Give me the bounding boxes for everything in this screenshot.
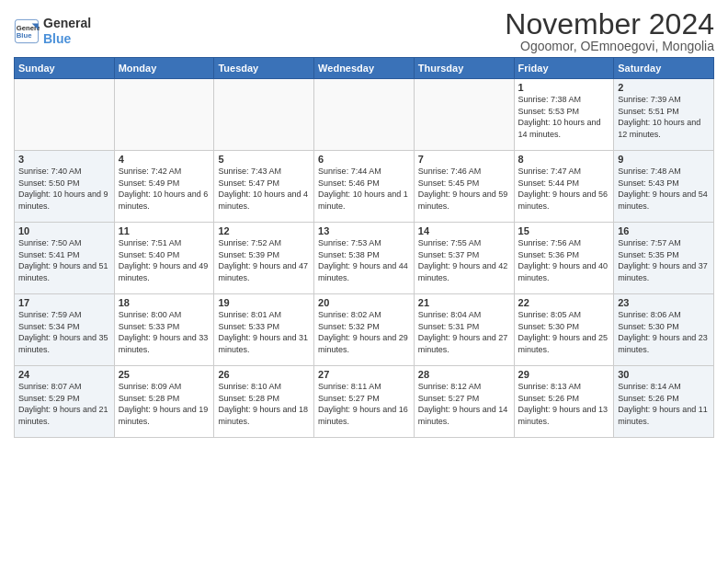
day-info: Sunrise: 8:10 AM Sunset: 5:28 PM Dayligh… bbox=[218, 381, 310, 427]
day-number: 22 bbox=[518, 297, 610, 308]
logo-line2: Blue bbox=[43, 31, 91, 47]
day-number: 12 bbox=[218, 225, 310, 236]
day-number: 14 bbox=[418, 225, 510, 236]
calendar-cell: 12Sunrise: 7:52 AM Sunset: 5:39 PM Dayli… bbox=[214, 223, 314, 294]
logo: General Blue General Blue bbox=[14, 16, 91, 47]
day-info: Sunrise: 8:11 AM Sunset: 5:27 PM Dayligh… bbox=[318, 381, 410, 427]
day-info: Sunrise: 8:04 AM Sunset: 5:31 PM Dayligh… bbox=[418, 309, 510, 355]
day-number: 27 bbox=[318, 369, 410, 380]
calendar-cell: 27Sunrise: 8:11 AM Sunset: 5:27 PM Dayli… bbox=[314, 366, 415, 438]
day-number: 6 bbox=[318, 154, 410, 165]
day-number: 26 bbox=[218, 369, 310, 380]
day-info: Sunrise: 7:55 AM Sunset: 5:37 PM Dayligh… bbox=[418, 237, 510, 283]
day-number: 3 bbox=[18, 154, 110, 165]
day-number: 13 bbox=[318, 225, 410, 236]
calendar-cell: 3Sunrise: 7:40 AM Sunset: 5:50 PM Daylig… bbox=[15, 151, 115, 223]
week-row-4: 17Sunrise: 7:59 AM Sunset: 5:34 PM Dayli… bbox=[15, 294, 714, 366]
calendar-cell: 1Sunrise: 7:38 AM Sunset: 5:53 PM Daylig… bbox=[514, 79, 614, 151]
day-number: 25 bbox=[119, 369, 210, 380]
title-block: November 2024 Ogoomor, OEmnoegovi, Mongo… bbox=[505, 9, 714, 53]
day-number: 21 bbox=[418, 297, 510, 308]
day-info: Sunrise: 8:00 AM Sunset: 5:33 PM Dayligh… bbox=[119, 309, 210, 355]
day-number: 2 bbox=[618, 82, 710, 93]
day-number: 19 bbox=[218, 297, 310, 308]
col-saturday: Saturday bbox=[614, 58, 714, 79]
calendar-cell: 17Sunrise: 7:59 AM Sunset: 5:34 PM Dayli… bbox=[15, 294, 115, 366]
logo-icon: General Blue bbox=[14, 18, 40, 44]
day-number: 24 bbox=[18, 369, 110, 380]
calendar-cell: 9Sunrise: 7:48 AM Sunset: 5:43 PM Daylig… bbox=[614, 151, 714, 223]
svg-text:Blue: Blue bbox=[17, 31, 32, 40]
calendar-cell: 24Sunrise: 8:07 AM Sunset: 5:29 PM Dayli… bbox=[15, 366, 115, 438]
calendar-cell bbox=[114, 79, 214, 151]
day-info: Sunrise: 7:43 AM Sunset: 5:47 PM Dayligh… bbox=[218, 166, 310, 212]
week-row-1: 1Sunrise: 7:38 AM Sunset: 5:53 PM Daylig… bbox=[15, 79, 714, 151]
calendar-cell: 22Sunrise: 8:05 AM Sunset: 5:30 PM Dayli… bbox=[514, 294, 614, 366]
header: General Blue General Blue November 2024 … bbox=[14, 9, 714, 53]
calendar-cell: 6Sunrise: 7:44 AM Sunset: 5:46 PM Daylig… bbox=[314, 151, 415, 223]
header-row: Sunday Monday Tuesday Wednesday Thursday… bbox=[15, 58, 714, 79]
week-row-2: 3Sunrise: 7:40 AM Sunset: 5:50 PM Daylig… bbox=[15, 151, 714, 223]
day-info: Sunrise: 8:07 AM Sunset: 5:29 PM Dayligh… bbox=[18, 381, 110, 427]
calendar-cell: 10Sunrise: 7:50 AM Sunset: 5:41 PM Dayli… bbox=[15, 223, 115, 294]
day-number: 8 bbox=[518, 154, 610, 165]
day-info: Sunrise: 8:12 AM Sunset: 5:27 PM Dayligh… bbox=[418, 381, 510, 427]
calendar-body: 1Sunrise: 7:38 AM Sunset: 5:53 PM Daylig… bbox=[15, 79, 714, 438]
day-info: Sunrise: 7:56 AM Sunset: 5:36 PM Dayligh… bbox=[518, 237, 610, 283]
day-info: Sunrise: 7:48 AM Sunset: 5:43 PM Dayligh… bbox=[618, 166, 710, 212]
calendar-table: Sunday Monday Tuesday Wednesday Thursday… bbox=[14, 57, 714, 438]
calendar-cell: 28Sunrise: 8:12 AM Sunset: 5:27 PM Dayli… bbox=[414, 366, 514, 438]
logo-line1: General bbox=[43, 16, 91, 31]
calendar-cell: 7Sunrise: 7:46 AM Sunset: 5:45 PM Daylig… bbox=[414, 151, 514, 223]
day-number: 7 bbox=[418, 154, 510, 165]
calendar-cell: 21Sunrise: 8:04 AM Sunset: 5:31 PM Dayli… bbox=[414, 294, 514, 366]
calendar-cell: 14Sunrise: 7:55 AM Sunset: 5:37 PM Dayli… bbox=[414, 223, 514, 294]
logo-text: General Blue bbox=[43, 16, 91, 47]
col-monday: Monday bbox=[114, 58, 214, 79]
day-info: Sunrise: 7:53 AM Sunset: 5:38 PM Dayligh… bbox=[318, 237, 410, 283]
day-info: Sunrise: 8:02 AM Sunset: 5:32 PM Dayligh… bbox=[318, 309, 410, 355]
calendar-cell: 19Sunrise: 8:01 AM Sunset: 5:33 PM Dayli… bbox=[214, 294, 314, 366]
day-info: Sunrise: 7:57 AM Sunset: 5:35 PM Dayligh… bbox=[618, 237, 710, 283]
day-number: 10 bbox=[18, 225, 110, 236]
day-number: 4 bbox=[119, 154, 210, 165]
day-number: 11 bbox=[119, 225, 210, 236]
calendar-cell: 25Sunrise: 8:09 AM Sunset: 5:28 PM Dayli… bbox=[114, 366, 214, 438]
month-title: November 2024 bbox=[505, 9, 714, 39]
day-number: 30 bbox=[618, 369, 710, 380]
col-thursday: Thursday bbox=[414, 58, 514, 79]
day-info: Sunrise: 7:40 AM Sunset: 5:50 PM Dayligh… bbox=[18, 166, 110, 212]
day-info: Sunrise: 7:38 AM Sunset: 5:53 PM Dayligh… bbox=[518, 94, 610, 140]
day-info: Sunrise: 7:51 AM Sunset: 5:40 PM Dayligh… bbox=[119, 237, 210, 283]
day-info: Sunrise: 7:42 AM Sunset: 5:49 PM Dayligh… bbox=[119, 166, 210, 212]
calendar-cell: 4Sunrise: 7:42 AM Sunset: 5:49 PM Daylig… bbox=[114, 151, 214, 223]
col-friday: Friday bbox=[514, 58, 614, 79]
week-row-3: 10Sunrise: 7:50 AM Sunset: 5:41 PM Dayli… bbox=[15, 223, 714, 294]
day-info: Sunrise: 8:09 AM Sunset: 5:28 PM Dayligh… bbox=[119, 381, 210, 427]
day-info: Sunrise: 7:52 AM Sunset: 5:39 PM Dayligh… bbox=[218, 237, 310, 283]
day-info: Sunrise: 7:39 AM Sunset: 5:51 PM Dayligh… bbox=[618, 94, 710, 140]
day-number: 17 bbox=[18, 297, 110, 308]
day-info: Sunrise: 7:47 AM Sunset: 5:44 PM Dayligh… bbox=[518, 166, 610, 212]
day-info: Sunrise: 8:14 AM Sunset: 5:26 PM Dayligh… bbox=[618, 381, 710, 427]
calendar-cell: 30Sunrise: 8:14 AM Sunset: 5:26 PM Dayli… bbox=[614, 366, 714, 438]
calendar-cell: 15Sunrise: 7:56 AM Sunset: 5:36 PM Dayli… bbox=[514, 223, 614, 294]
day-number: 18 bbox=[119, 297, 210, 308]
calendar-cell: 16Sunrise: 7:57 AM Sunset: 5:35 PM Dayli… bbox=[614, 223, 714, 294]
day-number: 29 bbox=[518, 369, 610, 380]
day-number: 20 bbox=[318, 297, 410, 308]
day-number: 16 bbox=[618, 225, 710, 236]
calendar-cell: 11Sunrise: 7:51 AM Sunset: 5:40 PM Dayli… bbox=[114, 223, 214, 294]
day-info: Sunrise: 7:44 AM Sunset: 5:46 PM Dayligh… bbox=[318, 166, 410, 212]
day-info: Sunrise: 7:50 AM Sunset: 5:41 PM Dayligh… bbox=[18, 237, 110, 283]
calendar-cell: 18Sunrise: 8:00 AM Sunset: 5:33 PM Dayli… bbox=[114, 294, 214, 366]
col-sunday: Sunday bbox=[15, 58, 115, 79]
calendar-cell: 13Sunrise: 7:53 AM Sunset: 5:38 PM Dayli… bbox=[314, 223, 415, 294]
day-info: Sunrise: 8:01 AM Sunset: 5:33 PM Dayligh… bbox=[218, 309, 310, 355]
calendar-cell: 20Sunrise: 8:02 AM Sunset: 5:32 PM Dayli… bbox=[314, 294, 415, 366]
day-number: 28 bbox=[418, 369, 510, 380]
day-number: 15 bbox=[518, 225, 610, 236]
calendar-cell bbox=[414, 79, 514, 151]
location-subtitle: Ogoomor, OEmnoegovi, Mongolia bbox=[505, 39, 714, 53]
calendar-cell: 8Sunrise: 7:47 AM Sunset: 5:44 PM Daylig… bbox=[514, 151, 614, 223]
